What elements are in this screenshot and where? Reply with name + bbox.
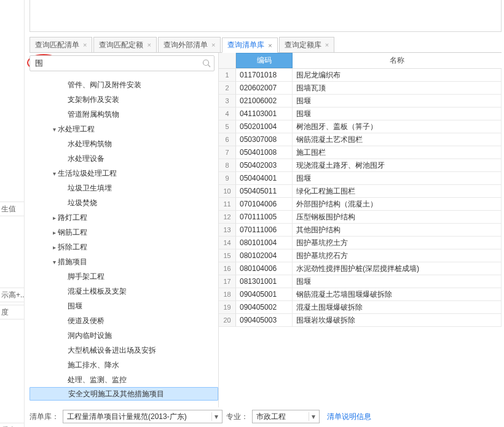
tree-node[interactable]: 混凝土模板及支架	[30, 284, 218, 299]
row-number: 12	[219, 211, 236, 224]
chevron-right-icon[interactable]: ▸	[50, 244, 58, 251]
table-row[interactable]: 10050405011绿化工程施工围栏	[219, 185, 502, 198]
tree-node[interactable]: 支架制作及安装	[30, 92, 218, 107]
tree-node-label: 处理、监测、监控	[68, 375, 127, 385]
cell-code: 020602007	[236, 82, 293, 95]
search-icon[interactable]	[202, 58, 211, 68]
tree-node[interactable]: 垃圾卫生填埋	[30, 181, 218, 195]
table-row[interactable]: 19090405002混凝土围堰爆破拆除	[219, 301, 502, 314]
close-icon[interactable]: ×	[83, 41, 87, 49]
tab-查询匹配定额[interactable]: 查询匹配定额×	[93, 37, 156, 52]
table-row[interactable]: 9050404001围堰	[219, 172, 502, 185]
tree-node-label: 洞内临时设施	[68, 331, 112, 341]
cell-name: 钢筋混凝土艺术围栏	[293, 133, 502, 146]
combo-spec[interactable]: 市政工程 ▾	[252, 410, 320, 423]
combo-list[interactable]: 工程量清单项目计量规范(2013-广东) ▾	[63, 410, 222, 423]
search-input[interactable]	[34, 58, 200, 69]
table-row[interactable]: 15080102004围护基坑挖石方	[219, 249, 502, 262]
cell-name: 混凝土围堰爆破拆除	[293, 301, 502, 314]
tree-node[interactable]: 施工排水、降水	[30, 358, 218, 372]
chevron-right-icon[interactable]: ▸	[50, 214, 58, 221]
grid-header-rownum	[219, 53, 236, 68]
rail-row: 示高+...	[0, 288, 25, 302]
tree-node-label: 围堰	[68, 301, 82, 311]
tree-node[interactable]: 便道及便桥	[30, 313, 218, 328]
table-row[interactable]: 2020602007围墙瓦顶	[219, 82, 502, 95]
grid-header-name[interactable]: 名称	[293, 53, 502, 68]
cell-name: 围护基坑挖土方	[293, 237, 502, 249]
tree-node[interactable]: 管件、阀门及附件安装	[30, 77, 218, 92]
table-row[interactable]: 14080101004围护基坑挖土方	[219, 237, 502, 249]
tree-node[interactable]: 大型机械设备进出场及安拆	[30, 343, 218, 358]
tab-查询定额库[interactable]: 查询定额库×	[279, 37, 334, 52]
tree-node[interactable]: ▸拆除工程	[30, 240, 218, 254]
row-number: 3	[219, 95, 236, 108]
tree-node[interactable]: ▸路灯工程	[30, 210, 218, 225]
tab-查询外部清单[interactable]: 查询外部清单×	[158, 37, 221, 52]
row-number: 17	[219, 275, 236, 288]
cell-name: 现浇混凝土路牙、树池围牙	[293, 159, 502, 172]
tree-node[interactable]: ▾水处理工程	[30, 122, 218, 136]
cell-code: 070111006	[236, 224, 293, 237]
cell-name: 围堰	[293, 275, 502, 288]
svg-line-1	[208, 65, 211, 68]
table-row[interactable]: 3021006002围堰	[219, 95, 502, 108]
table-row[interactable]: 18090405001钢筋混凝土芯墙围堰爆破拆除	[219, 288, 502, 301]
cell-code: 081301001	[236, 275, 293, 288]
tree-node-label: 钢筋工程	[58, 227, 87, 238]
tree-node[interactable]: 脚手架工程	[30, 269, 218, 284]
table-row[interactable]: 13070111006其他围护结构	[219, 224, 502, 237]
tree-node[interactable]: 洞内临时设施	[30, 328, 218, 343]
close-icon[interactable]: ×	[147, 41, 151, 49]
table-row[interactable]: 4041103001围堰	[219, 108, 502, 120]
table-row[interactable]: 11070104006外部围护结构（混凝土）	[219, 198, 502, 211]
label-list: 清单库：	[30, 412, 59, 422]
tree-node[interactable]: 水处理设备	[30, 151, 218, 166]
left-rail: 生值示高+...度凝土	[0, 0, 25, 427]
rail-row: 生值	[0, 202, 25, 216]
table-row[interactable]: 16080104006水泥劲性搅拌围护桩(深层搅拌桩成墙)	[219, 262, 502, 275]
cell-code: 021006002	[236, 95, 293, 108]
close-icon[interactable]: ×	[325, 41, 329, 49]
chevron-right-icon[interactable]: ▸	[50, 229, 58, 236]
close-icon[interactable]: ×	[268, 42, 272, 49]
upper-blank-panel	[30, 0, 502, 32]
cell-code: 070111005	[236, 211, 293, 224]
table-row[interactable]: 17081301001围堰	[219, 275, 502, 288]
table-row[interactable]: 1011701018围尼龙编织布	[219, 69, 502, 82]
table-row[interactable]: 7050401008施工围栏	[219, 146, 502, 159]
link-list-desc[interactable]: 清单说明信息	[327, 412, 371, 422]
grid-body: 1011701018围尼龙编织布2020602007围墙瓦顶3021006002…	[219, 69, 502, 407]
tree-node[interactable]: 安全文明施工及其他措施项目	[30, 387, 218, 401]
cell-code: 050402003	[236, 159, 293, 172]
tab-查询清单库[interactable]: 查询清单库×	[222, 37, 277, 53]
tree-node[interactable]: 垃圾焚烧	[30, 195, 218, 210]
chevron-down-icon[interactable]: ▾	[50, 170, 58, 177]
table-row[interactable]: 20090405003围堰岩坎爆破拆除	[219, 314, 502, 327]
tree-node[interactable]: ▾生活垃圾处理工程	[30, 166, 218, 181]
table-row[interactable]: 5050201004树池围牙、盖板（箅子）	[219, 120, 502, 133]
combo-spec-value: 市政工程	[256, 412, 286, 422]
tree-node[interactable]: ▸钢筋工程	[30, 225, 218, 240]
tree-node[interactable]: 处理、监测、监控	[30, 372, 218, 387]
close-icon[interactable]: ×	[211, 41, 215, 49]
table-row[interactable]: 12070111005压型钢板围护结构	[219, 211, 502, 224]
table-row[interactable]: 6050307008钢筋混凝土艺术围栏	[219, 133, 502, 146]
cell-code: 011701018	[236, 69, 293, 82]
row-number: 5	[219, 120, 236, 133]
chevron-down-icon[interactable]: ▾	[50, 126, 58, 133]
search-box[interactable]	[30, 55, 215, 71]
table-row[interactable]: 8050402003现浇混凝土路牙、树池围牙	[219, 159, 502, 172]
tree-node[interactable]: 水处理构筑物	[30, 136, 218, 151]
tree-node[interactable]: 围堰	[30, 299, 218, 313]
grid-header-code[interactable]: 编码	[236, 53, 293, 68]
cell-code: 090405003	[236, 314, 293, 327]
chevron-down-icon[interactable]: ▾	[50, 259, 58, 265]
tree-node[interactable]: ▾措施项目	[30, 254, 218, 269]
cell-code: 050307008	[236, 133, 293, 146]
footer-bar: 清单库： 工程量清单项目计量规范(2013-广东) ▾ 专业： 市政工程 ▾ 清…	[30, 409, 502, 425]
tree-node[interactable]: 管道附属构筑物	[30, 107, 218, 122]
tab-查询匹配清单[interactable]: 查询匹配清单×	[30, 37, 92, 52]
cell-name: 围墙瓦顶	[293, 82, 502, 95]
tree-node-label: 混凝土模板及支架	[68, 286, 127, 297]
